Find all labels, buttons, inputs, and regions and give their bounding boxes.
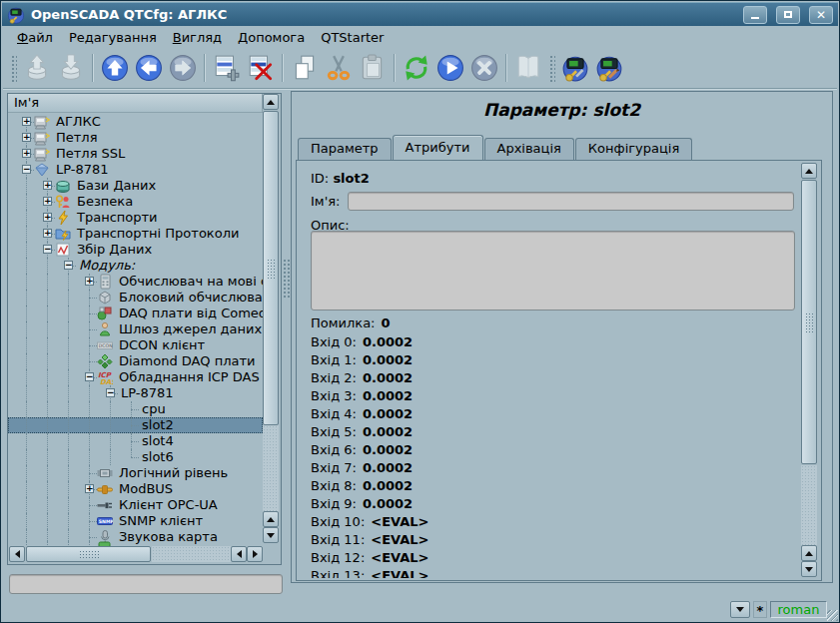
collapse-toggle[interactable]: −	[106, 388, 115, 397]
tree-item-cpu[interactable]: cpu	[8, 401, 263, 417]
tree-item-slot6[interactable]: slot6	[8, 449, 263, 465]
tree-item-LP-8781[interactable]: −LP-8781	[8, 385, 263, 401]
tree-item-Транспортні Протоколи[interactable]: +Транспортні Протоколи	[8, 226, 263, 242]
expand-toggle[interactable]: +	[85, 484, 94, 493]
tree-item-Безпека[interactable]: +Безпека	[8, 194, 263, 210]
value-data: <EVAL>	[371, 514, 428, 529]
tree-item-ModBUS[interactable]: +ModBUS	[8, 481, 263, 497]
tree-scroll-up-button[interactable]	[263, 94, 279, 110]
tree-item-Модуль:[interactable]: −Модуль:	[8, 258, 263, 274]
copy-button[interactable]	[289, 52, 321, 84]
expand-toggle[interactable]: +	[22, 117, 31, 126]
scrollbar-track[interactable]	[801, 465, 817, 545]
tree-hscroll-left-button[interactable]	[9, 546, 25, 562]
tree-hscroll-left-button2[interactable]	[231, 546, 247, 562]
menu-Файл[interactable]: Файл	[9, 28, 61, 47]
content-vertical-scrollbar[interactable]	[801, 163, 817, 578]
tree-item-label: DCON клієнт	[119, 337, 205, 353]
scrollbar-track[interactable]	[263, 425, 279, 511]
add-item-button[interactable]	[211, 52, 243, 84]
tree-hscroll-thumb[interactable]	[26, 546, 151, 562]
tree-item-Збір Даних[interactable]: −Збір Даних	[8, 242, 263, 258]
tree-item-slot2[interactable]: slot2	[8, 417, 263, 433]
expand-toggle[interactable]: +	[22, 133, 31, 142]
collapse-toggle[interactable]: −	[64, 261, 73, 270]
tab-Атрибути[interactable]: Атрибути	[393, 135, 483, 160]
tree-item-Обчислювач на мові сх[interactable]: +Обчислювач на мові сх	[8, 274, 263, 290]
menu-Вигляд[interactable]: Вигляд	[165, 28, 230, 47]
nav-up-button[interactable]	[99, 52, 131, 84]
tree-item-SNMP клієнт[interactable]: SNMPSNMP клієнт	[8, 513, 263, 529]
tree-item-Петля SSL[interactable]: +Петля SSL	[8, 146, 263, 162]
collapse-toggle[interactable]: −	[43, 245, 52, 254]
collapse-toggle[interactable]: −	[85, 372, 94, 381]
expand-toggle[interactable]: +	[22, 149, 31, 158]
menu-Допомога[interactable]: Допомога	[230, 28, 313, 47]
tree-item-DAQ плати від Comedi[interactable]: DAQ плати від Comedi	[8, 306, 263, 321]
content-scroll-up-button[interactable]	[801, 163, 817, 179]
tree-item-label: Безпека	[77, 194, 133, 210]
expand-toggle[interactable]: +	[43, 229, 52, 238]
close-button[interactable]: ✕	[809, 6, 833, 24]
qtcfg-edit-button[interactable]	[593, 52, 625, 84]
maximize-icon	[784, 11, 792, 18]
svg-text:DCON: DCON	[99, 343, 113, 348]
refresh-button[interactable]	[401, 52, 432, 84]
tree-horizontal-scrollbar[interactable]	[9, 546, 263, 562]
tree-item-Клієнт OPC-UA[interactable]: Клієнт OPC-UA	[8, 497, 263, 513]
titlebar[interactable]: OpenSCADA QTCfg: АГЛКС ✕	[2, 2, 838, 26]
cut-button[interactable]	[323, 52, 355, 84]
tree-hscroll-right-button[interactable]	[247, 546, 263, 562]
tree-item-Diamond DAQ плати[interactable]: Diamond DAQ плати	[8, 353, 263, 369]
qtcfg-button[interactable]	[559, 52, 591, 84]
content-scroll-down-button[interactable]	[801, 561, 817, 577]
tree-item-slot4[interactable]: slot4	[8, 433, 263, 449]
value-label: Вхід 9:	[311, 496, 357, 511]
collapse-toggle[interactable]: −	[22, 165, 31, 174]
tree-item-Обладнання ICP DAS[interactable]: −ICPDASОбладнання ICP DAS	[8, 369, 263, 385]
tree-item-LP-8781[interactable]: −LP-8781	[8, 162, 263, 178]
tree-item-DCON клієнт[interactable]: DCONDCON клієнт	[8, 337, 263, 353]
toolbar-separator	[204, 54, 206, 82]
value-row: Вхід 1:0.0002	[311, 351, 413, 368]
tree-filter-input[interactable]	[9, 574, 283, 594]
expand-toggle[interactable]: +	[43, 181, 52, 190]
description-textarea[interactable]	[311, 231, 795, 311]
tab-Конфігурація[interactable]: Конфігурація	[575, 138, 692, 160]
resize-grip[interactable]	[827, 610, 838, 621]
tree-item-Блоковий обчислювач[interactable]: Блоковий обчислювач	[8, 290, 263, 306]
expand-toggle[interactable]: +	[43, 197, 52, 206]
tree-item-Петля[interactable]: +Петля	[8, 130, 263, 146]
tree-scroll-down-button[interactable]	[263, 527, 279, 543]
content-scroll-up-button2[interactable]	[801, 545, 817, 561]
expand-toggle[interactable]: +	[43, 213, 52, 222]
menu-QTStarter[interactable]: QTStarter	[313, 28, 392, 47]
menu-Редагування[interactable]: Редагування	[61, 28, 165, 47]
tree-item-АГЛКС[interactable]: +АГЛКС	[8, 114, 263, 130]
toolbar-handle[interactable]	[548, 54, 555, 82]
toolbar-handle[interactable]	[10, 54, 17, 82]
tree-item-Логічний рівень[interactable]: Логічний рівень	[8, 465, 263, 481]
delete-item-button[interactable]	[245, 52, 277, 84]
tree-vertical-scrollbar[interactable]	[263, 94, 279, 544]
scrollbar-track[interactable]	[152, 546, 231, 562]
status-combo-button[interactable]	[730, 601, 750, 618]
toolbar-separator	[92, 54, 94, 82]
tab-Архівація[interactable]: Архівація	[484, 138, 574, 160]
maximize-button[interactable]	[776, 6, 800, 24]
toolbar-separator	[505, 54, 507, 82]
tree-item-Шлюз джерел даних[interactable]: Шлюз джерел даних	[8, 321, 263, 337]
start-button[interactable]	[434, 52, 466, 84]
nav-back-button[interactable]	[133, 52, 165, 84]
splitter-handle[interactable]	[283, 259, 290, 299]
content-scroll-thumb[interactable]	[801, 180, 817, 464]
minimize-button[interactable]	[743, 6, 767, 24]
tree-scroll-thumb[interactable]	[263, 111, 279, 425]
tree-item-Транспорти[interactable]: +Транспорти	[8, 210, 263, 226]
name-input[interactable]	[348, 192, 794, 211]
tree-header[interactable]: Ім'я	[8, 94, 263, 113]
tree-scroll-up-button2[interactable]	[263, 511, 279, 527]
tab-Параметр[interactable]: Параметр	[298, 138, 392, 160]
expand-toggle[interactable]: +	[85, 277, 94, 286]
tree-item-Бази Даних[interactable]: +Бази Даних	[8, 178, 263, 194]
